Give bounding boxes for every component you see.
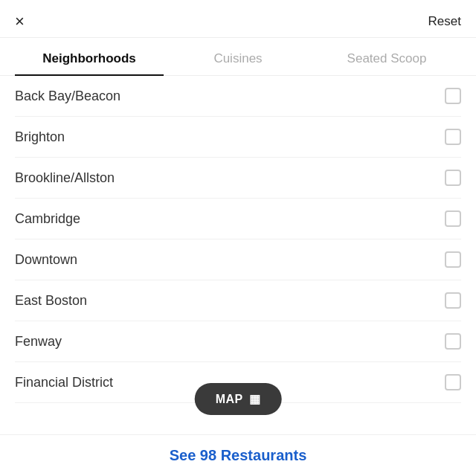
neighborhood-list: Back Bay/Beacon Brighton Brookline/Allst… (0, 76, 476, 434)
checkbox-east-boston[interactable] (445, 292, 461, 309)
map-button-label: MAP (216, 393, 243, 406)
neighborhood-name-financial-district: Financial District (15, 375, 113, 390)
tab-seated-scoop[interactable]: Seated Scoop (312, 45, 461, 75)
close-button[interactable]: × (15, 13, 25, 30)
checkbox-brookline[interactable] (445, 170, 461, 186)
checkbox-fenway[interactable] (445, 333, 461, 350)
tabs-row: Neighborhoods Cuisines Seated Scoop (0, 38, 476, 76)
tab-cuisines[interactable]: Cuisines (164, 45, 312, 75)
checkbox-brighton[interactable] (445, 129, 461, 145)
see-restaurants-bar: See 98 Restaurants (0, 434, 476, 476)
map-button[interactable]: MAP ▦ (195, 383, 282, 415)
neighborhood-item-downtown[interactable]: Downtown (15, 239, 461, 280)
neighborhood-name-brookline: Brookline/Allston (15, 170, 115, 186)
reset-button[interactable]: Reset (428, 14, 461, 29)
checkbox-financial-district[interactable] (445, 374, 461, 390)
neighborhood-item-east-boston[interactable]: East Boston (15, 280, 461, 321)
checkbox-cambridge[interactable] (445, 210, 461, 227)
tab-neighborhoods[interactable]: Neighborhoods (15, 45, 164, 75)
neighborhood-name-cambridge: Cambridge (15, 211, 80, 227)
neighborhood-item-fenway[interactable]: Fenway (15, 321, 461, 362)
neighborhood-name-fenway: Fenway (15, 334, 62, 350)
neighborhood-name-back-bay: Back Bay/Beacon (15, 89, 120, 104)
checkbox-downtown[interactable] (445, 251, 461, 268)
neighborhood-item-cambridge[interactable]: Cambridge (15, 199, 461, 239)
neighborhood-name-brighton: Brighton (15, 129, 65, 145)
neighborhood-item-back-bay[interactable]: Back Bay/Beacon (15, 76, 461, 117)
neighborhood-name-downtown: Downtown (15, 252, 77, 268)
neighborhood-name-east-boston: East Boston (15, 293, 87, 309)
neighborhood-item-brookline[interactable]: Brookline/Allston (15, 158, 461, 199)
see-restaurants-button[interactable]: See 98 Restaurants (170, 447, 307, 463)
map-icon: ▦ (249, 392, 261, 406)
panel-header: × Reset (0, 0, 476, 38)
checkbox-back-bay[interactable] (445, 88, 461, 104)
neighborhood-item-brighton[interactable]: Brighton (15, 117, 461, 158)
